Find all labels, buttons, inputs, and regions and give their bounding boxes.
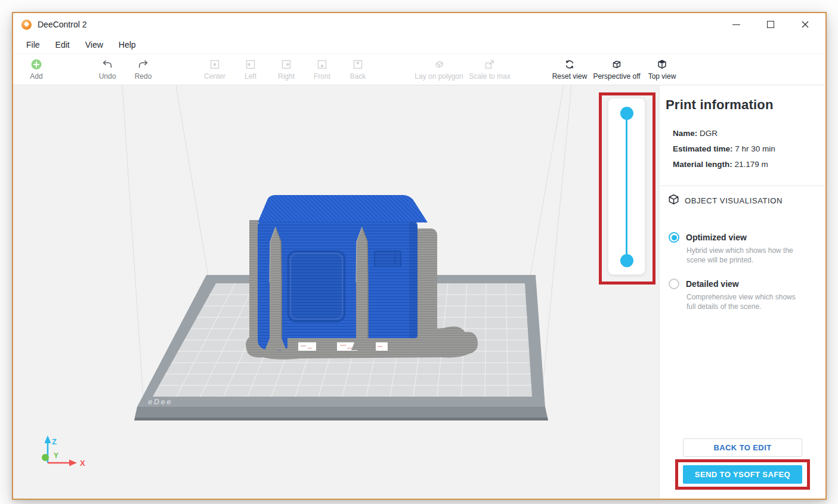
print-info-panel: Print information Name: DGR Estimated ti… (659, 85, 825, 499)
desktop: DeeControl 2 File Edit View Help Add (0, 0, 838, 504)
send-to-ysoft-safeq-button[interactable]: SEND TO YSOFT SAFEQ (683, 465, 802, 484)
back-to-edit-button[interactable]: BACK TO EDIT (683, 438, 802, 457)
menu-view[interactable]: View (78, 36, 111, 54)
cube-icon (668, 194, 679, 208)
window-controls (731, 20, 817, 29)
menu-help[interactable]: Help (111, 36, 144, 54)
radio-detailed-view[interactable] (669, 279, 679, 289)
top-view-cube-icon (656, 58, 668, 71)
x-axis-arrow (69, 460, 77, 466)
maximize-icon[interactable] (766, 20, 775, 29)
redo-arrow-icon (137, 58, 149, 71)
axis-indicator: Z Y X (42, 435, 85, 468)
main-content: eDee (13, 85, 825, 499)
slider-handle-bottom[interactable] (620, 254, 633, 267)
slider-track[interactable] (626, 113, 627, 261)
print-info-title: Print information (666, 97, 825, 113)
optimized-view-description: Hybrid view which shows how the scene wi… (687, 246, 803, 265)
toolbar-back-button[interactable]: Back (325, 58, 391, 81)
title-bar: DeeControl 2 (13, 13, 825, 36)
y-axis-label: Y (54, 452, 58, 460)
align-back-icon (352, 58, 364, 71)
radio-optimized-view[interactable] (669, 232, 679, 243)
detailed-view-description: Comprehensive view which shows full deta… (687, 293, 803, 311)
x-axis-label: X (80, 459, 85, 468)
app-window: DeeControl 2 File Edit View Help Add (12, 12, 827, 500)
print-info-name-row: Name: DGR (673, 126, 825, 141)
scale-to-max-icon (484, 58, 496, 71)
reset-view-icon (564, 58, 576, 71)
print-info-time-row: Estimated time: 7 hr 30 min (673, 141, 825, 157)
menu-bar: File Edit View Help (13, 36, 825, 54)
minimize-icon[interactable] (731, 20, 741, 29)
toolbar-top-view-button[interactable]: Top view (629, 58, 695, 81)
model-door-recess (288, 251, 345, 321)
perspective-cube-icon (611, 58, 623, 71)
model-small-recess (375, 251, 401, 267)
send-button-annotation-box: SEND TO YSOFT SAFEQ (675, 459, 810, 490)
window-title: DeeControl 2 (38, 20, 87, 29)
option-detailed-view[interactable]: Detailed view Comprehensive view which s… (669, 279, 825, 311)
support-slab-left (249, 220, 258, 347)
option-optimized-view[interactable]: Optimized view Hybrid view which shows h… (669, 232, 825, 265)
3d-scene: eDee (13, 85, 659, 499)
menu-edit[interactable]: Edit (48, 36, 78, 54)
toolbar-scale-to-max-button[interactable]: Scale to max (457, 58, 522, 81)
print-info-material-row: Material length: 21.179 m (673, 157, 825, 172)
toolbar-redo-button[interactable]: Redo (110, 58, 176, 81)
y-axis-dot (42, 454, 49, 461)
slider-handle-top[interactable] (620, 107, 633, 120)
model-top-face (258, 195, 428, 222)
object-visualisation-title: OBJECT VISUALISATION (685, 196, 783, 205)
z-axis-arrow (45, 435, 51, 443)
add-plus-icon (30, 58, 42, 71)
print-info-fields: Name: DGR Estimated time: 7 hr 30 min Ma… (673, 126, 825, 172)
bed-brand-label: eDee (148, 397, 172, 406)
close-icon[interactable] (800, 20, 810, 29)
lay-on-polygon-icon (433, 58, 445, 71)
menu-file[interactable]: File (18, 36, 48, 54)
z-axis-label: Z (52, 437, 57, 446)
object-visualisation-header: OBJECT VISUALISATION (668, 194, 825, 208)
toolbar-add-button[interactable]: Add (4, 58, 69, 81)
app-logo-icon (21, 20, 32, 30)
panel-divider (660, 185, 825, 186)
3d-viewport[interactable]: eDee (13, 85, 659, 499)
toolbar: Add Undo Redo Center Left (13, 54, 825, 85)
layer-range-slider[interactable] (608, 98, 645, 275)
